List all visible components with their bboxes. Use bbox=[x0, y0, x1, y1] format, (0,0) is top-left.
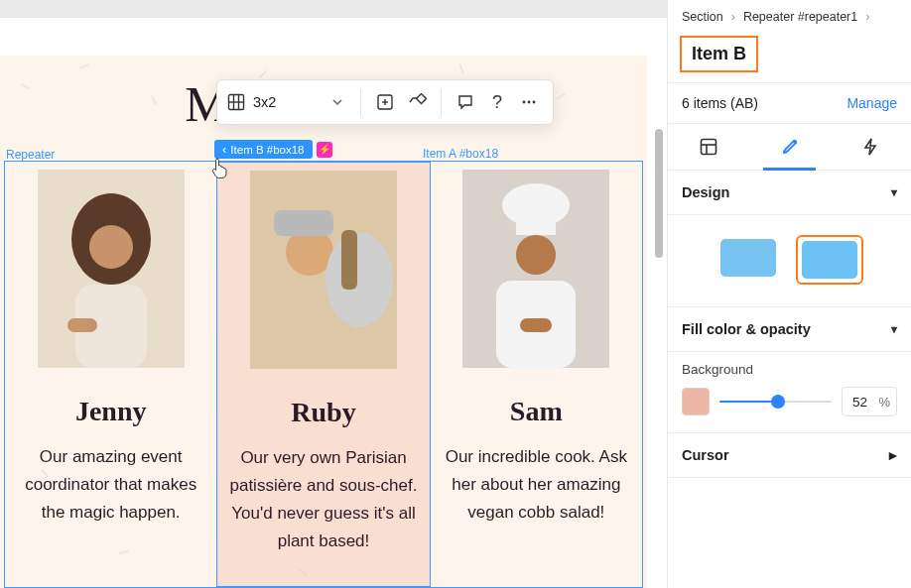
card-image[interactable] bbox=[38, 170, 185, 368]
chevron-down-icon: ▾ bbox=[891, 185, 897, 199]
tab-layout[interactable] bbox=[668, 124, 749, 170]
chevron-down-icon bbox=[326, 91, 348, 113]
item-b-chip-label: Item B #box18 bbox=[230, 144, 304, 156]
card-desc[interactable]: Our amazing event coordinator that makes… bbox=[13, 443, 208, 527]
design-section-header[interactable]: Design ▾ bbox=[668, 171, 911, 215]
canvas-top-strip bbox=[0, 0, 667, 18]
cursor-label: Cursor bbox=[682, 447, 729, 463]
grid-icon bbox=[225, 91, 247, 113]
chevron-down-icon: ▾ bbox=[891, 322, 897, 336]
bolt-icon[interactable]: ⚡ bbox=[317, 142, 332, 158]
cursor-section-header[interactable]: Cursor ▸ bbox=[668, 432, 911, 478]
background-label: Background bbox=[682, 362, 897, 377]
svg-rect-27 bbox=[701, 140, 716, 155]
tab-interactions[interactable] bbox=[830, 124, 911, 170]
svg-rect-12 bbox=[516, 217, 556, 235]
background-color-swatch[interactable] bbox=[682, 388, 710, 415]
svg-point-24 bbox=[523, 101, 526, 104]
svg-point-2 bbox=[89, 225, 133, 269]
items-summary: 6 items (AB) bbox=[682, 95, 758, 111]
svg-point-25 bbox=[528, 101, 531, 104]
opacity-unit: % bbox=[876, 395, 896, 410]
swatch-1-wrap bbox=[716, 235, 780, 285]
canvas-scrollbar[interactable] bbox=[651, 99, 665, 516]
floating-toolbar: 3x2 ? bbox=[216, 79, 554, 125]
grid-select[interactable]: 3x2 bbox=[217, 80, 360, 124]
items-row: 6 items (AB) Manage bbox=[668, 83, 911, 123]
card-name[interactable]: Jenny bbox=[75, 396, 147, 427]
svg-point-8 bbox=[325, 232, 393, 327]
svg-rect-9 bbox=[341, 230, 357, 290]
card-ruby[interactable]: Ruby Our very own Parisian patissière an… bbox=[216, 162, 430, 587]
breadcrumb: Section › Repeater #repeater1 › bbox=[668, 0, 911, 30]
add-item-button[interactable] bbox=[369, 86, 401, 118]
chevron-right-icon: › bbox=[865, 10, 869, 24]
svg-rect-23 bbox=[417, 94, 427, 104]
tab-design[interactable] bbox=[749, 124, 831, 170]
breadcrumb-section[interactable]: Section bbox=[682, 10, 723, 24]
inspector-panel: Section › Repeater #repeater1 › Item B 6… bbox=[667, 0, 911, 588]
opacity-input-box: % bbox=[842, 387, 897, 416]
opacity-input[interactable] bbox=[843, 395, 876, 410]
card-desc[interactable]: Our incredible cook. Ask her about her a… bbox=[439, 443, 634, 527]
swatch-2[interactable] bbox=[802, 241, 857, 279]
card-name[interactable]: Ruby bbox=[291, 397, 355, 428]
breadcrumb-repeater[interactable]: Repeater #repeater1 bbox=[743, 10, 857, 24]
card-image[interactable] bbox=[462, 170, 609, 368]
svg-rect-4 bbox=[67, 318, 97, 332]
card-desc[interactable]: Our very own Parisian patissière and sou… bbox=[225, 444, 421, 555]
manage-link[interactable]: Manage bbox=[846, 95, 897, 111]
background-row: Background % bbox=[668, 352, 911, 432]
panel-title: Item B bbox=[692, 44, 746, 63]
repeater-label[interactable]: Repeater bbox=[6, 148, 55, 162]
more-button[interactable] bbox=[513, 86, 545, 118]
opacity-slider[interactable] bbox=[719, 393, 832, 411]
swatch-1[interactable] bbox=[720, 239, 776, 277]
design-label: Design bbox=[682, 184, 729, 200]
grid-label: 3x2 bbox=[253, 94, 276, 110]
card-name[interactable]: Sam bbox=[510, 396, 563, 427]
svg-rect-7 bbox=[274, 210, 333, 236]
design-swatches bbox=[668, 215, 911, 306]
repeater-outline[interactable]: Jenny Our amazing event coordinator that… bbox=[4, 161, 643, 588]
fill-section-header[interactable]: Fill color & opacity ▾ bbox=[668, 307, 911, 352]
panel-tabs bbox=[668, 123, 911, 171]
svg-rect-15 bbox=[520, 318, 552, 332]
card-sam[interactable]: Sam Our incredible cook. Ask her about h… bbox=[431, 162, 642, 587]
item-b-chip-wrap: Item B #box18 ⚡ bbox=[214, 140, 332, 159]
chevron-right-icon: ▸ bbox=[889, 447, 897, 463]
card-image[interactable] bbox=[250, 171, 397, 369]
item-a-chip[interactable]: Item A #box18 bbox=[423, 147, 498, 161]
states-button[interactable] bbox=[401, 86, 433, 118]
swatch-2-wrap bbox=[796, 235, 863, 285]
cards-row: Jenny Our amazing event coordinator that… bbox=[5, 162, 642, 587]
slider-fill bbox=[719, 401, 778, 403]
chevron-right-icon: › bbox=[731, 10, 735, 24]
slider-thumb[interactable] bbox=[771, 395, 785, 409]
fill-label: Fill color & opacity bbox=[682, 321, 811, 337]
card-jenny[interactable]: Jenny Our amazing event coordinator that… bbox=[5, 162, 216, 587]
item-b-chip[interactable]: Item B #box18 bbox=[214, 140, 313, 159]
panel-title-highlight: Item B bbox=[680, 36, 758, 72]
comment-button[interactable] bbox=[450, 86, 481, 118]
canvas-content[interactable]: Meet the team Repeater Item B #box18 ⚡ I… bbox=[0, 56, 647, 588]
svg-point-13 bbox=[516, 235, 556, 275]
help-button[interactable]: ? bbox=[481, 86, 513, 118]
svg-point-26 bbox=[533, 101, 536, 104]
